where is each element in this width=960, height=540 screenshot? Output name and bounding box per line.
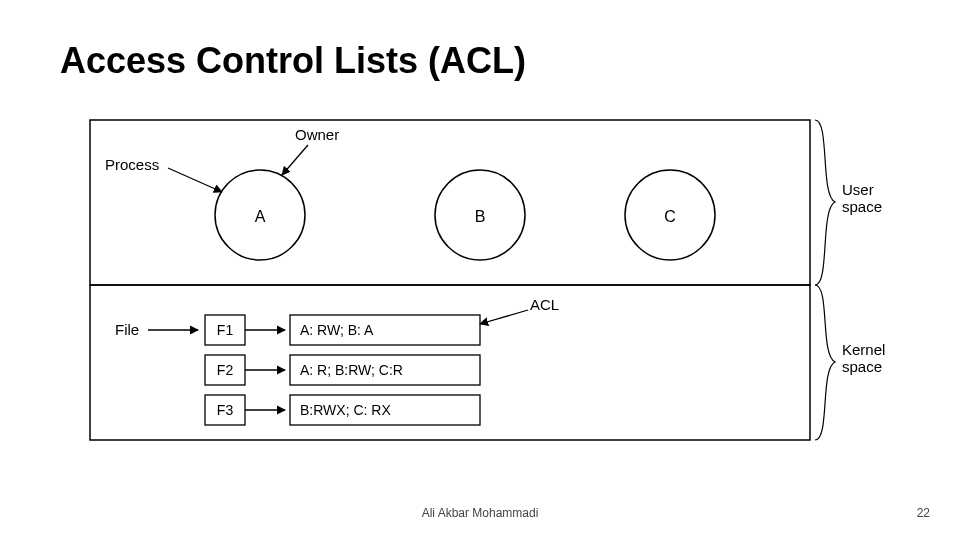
footer-page-number: 22 — [917, 506, 930, 520]
label-kernel-space: Kernelspace — [842, 341, 885, 375]
slide-title: Access Control Lists (ACL) — [60, 40, 526, 82]
label-f1: F1 — [217, 322, 234, 338]
label-acl1: A: RW; B: A — [300, 322, 374, 338]
circle-a-label: A — [255, 208, 266, 225]
label-f2: F2 — [217, 362, 234, 378]
label-f3: F3 — [217, 402, 234, 418]
label-process: Process — [105, 156, 159, 173]
label-file: File — [115, 321, 139, 338]
label-user-space: Userspace — [842, 181, 882, 215]
circle-c-label: C — [664, 208, 676, 225]
brace-user-space — [815, 120, 835, 285]
acl-diagram: Userspace Kernelspace A B C Process Owne… — [60, 110, 900, 460]
circle-b-label: B — [475, 208, 486, 225]
arrow-acl — [480, 310, 528, 324]
arrow-owner — [282, 145, 308, 175]
label-acl: ACL — [530, 296, 559, 313]
slide: Access Control Lists (ACL) Userspace Ker… — [0, 0, 960, 540]
arrow-process — [168, 168, 222, 192]
brace-kernel-space — [815, 285, 835, 440]
user-space-box — [90, 120, 810, 285]
kernel-space-box — [90, 285, 810, 440]
label-acl3: B:RWX; C: RX — [300, 402, 391, 418]
label-acl2: A: R; B:RW; C:R — [300, 362, 403, 378]
footer-author: Ali Akbar Mohammadi — [0, 506, 960, 520]
label-owner: Owner — [295, 126, 339, 143]
